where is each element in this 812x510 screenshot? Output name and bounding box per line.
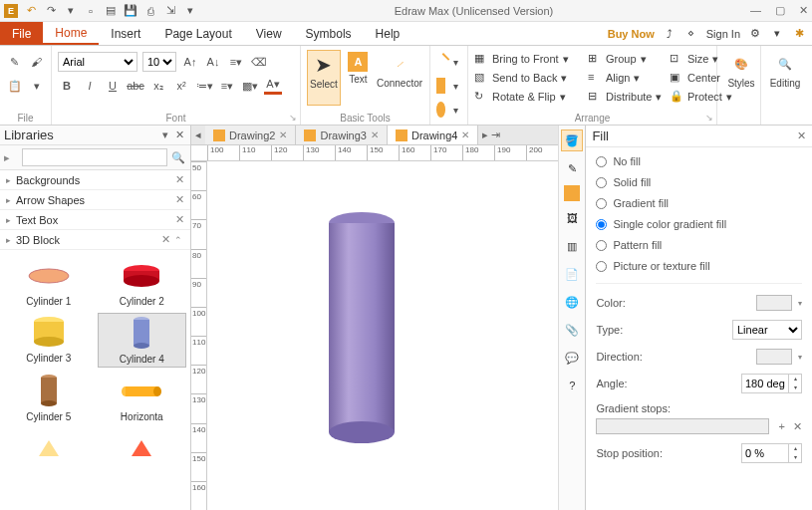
shape-cylinder-4[interactable]: Cylinder 4 <box>98 313 187 368</box>
highlight-icon[interactable]: ▩▾ <box>241 77 259 95</box>
settings-icon[interactable]: ⚙ <box>748 27 762 41</box>
select-tool-button[interactable]: ➤ Select <box>307 50 341 106</box>
export-icon[interactable]: ⇲ <box>163 4 177 18</box>
doc-tab-drawing4[interactable]: Drawing4✕ <box>388 126 478 144</box>
close-tab-icon[interactable]: ✕ <box>461 129 469 140</box>
prop-layer-icon[interactable]: ▥ <box>561 235 583 257</box>
shape-extra-1[interactable] <box>4 428 94 468</box>
tab-home[interactable]: Home <box>43 22 99 45</box>
prop-attachment-icon[interactable]: 📎 <box>561 319 583 341</box>
numbering-icon[interactable]: ≡▾ <box>218 77 236 95</box>
strike-button[interactable]: abc <box>127 77 144 95</box>
app-switcher-icon[interactable]: ✱ <box>792 27 806 41</box>
circle-dropdown[interactable]: ▾ <box>450 101 461 119</box>
bullets-icon[interactable]: ≔▾ <box>195 77 213 95</box>
doc-tab-drawing2[interactable]: Drawing2✕ <box>205 126 296 144</box>
qat-more-icon[interactable]: ▾ <box>183 4 197 18</box>
tabs-next-icon[interactable]: ▸ <box>482 128 488 141</box>
qat-dropdown-icon[interactable]: ▾ <box>64 4 78 18</box>
undo-icon[interactable]: ↶ <box>24 4 38 18</box>
buy-now-link[interactable]: Buy Now <box>608 28 655 40</box>
font-size-combo[interactable]: 10 <box>142 52 176 72</box>
fill-opt-texture[interactable]: Picture or texture fill <box>596 260 802 272</box>
shape-cylinder-2[interactable]: Cylinder 2 <box>98 256 187 309</box>
tab-insert[interactable]: Insert <box>99 22 152 45</box>
library-add-icon[interactable]: ▸ <box>4 151 18 164</box>
add-stop-icon[interactable]: + <box>779 420 785 433</box>
increase-font-icon[interactable]: A↑ <box>181 53 199 71</box>
spin-up[interactable]: ▴ <box>789 375 801 383</box>
doc-tab-drawing3[interactable]: Drawing3✕ <box>296 126 387 144</box>
format-painter-icon[interactable]: ✎ <box>6 53 23 71</box>
group-button[interactable]: ⊞Group ▾ <box>588 50 666 68</box>
prop-fill-icon[interactable]: 🪣 <box>561 129 583 151</box>
editing-button[interactable]: 🔍 Editing <box>767 50 803 91</box>
align-button[interactable]: ≡Align ▾ <box>588 69 666 87</box>
tabs-prev-icon[interactable]: ◂ <box>195 128 201 141</box>
fill-angle-spinner[interactable]: ▴▾ <box>741 374 802 393</box>
font-color-icon[interactable]: A▾ <box>264 77 282 95</box>
shape-cylinder-5[interactable]: Cylinder 5 <box>4 372 94 424</box>
minimize-button[interactable]: — <box>750 4 761 17</box>
fill-opt-gradient[interactable]: Gradient fill <box>596 197 802 209</box>
close-tab-icon[interactable]: ✕ <box>279 129 287 140</box>
bring-to-front-button[interactable]: ▦Bring to Front ▾ <box>474 50 584 68</box>
library-search-input[interactable] <box>22 148 167 166</box>
distribute-button[interactable]: ⊟Distribute ▾ <box>588 88 666 106</box>
prop-comment-icon[interactable]: 💬 <box>561 347 583 369</box>
brush-icon[interactable]: 🖌 <box>28 53 45 71</box>
lib-cat-arrow-shapes[interactable]: ▸Arrow Shapes✕ <box>0 190 190 210</box>
fill-direction-picker[interactable] <box>756 349 792 365</box>
shape-cylinder-1[interactable]: Cylinder 1 <box>4 256 94 309</box>
tab-help[interactable]: Help <box>364 22 412 45</box>
dropdown-icon[interactable]: ▾ <box>770 27 784 41</box>
superscript-button[interactable]: x² <box>172 77 190 95</box>
line-shape-icon[interactable] <box>432 53 450 71</box>
text-tool-button[interactable]: A Text <box>343 50 374 106</box>
fill-type-select[interactable]: Linear <box>732 320 802 340</box>
paste-dropdown-icon[interactable]: ▾ <box>28 77 45 95</box>
print-icon[interactable]: ⎙ <box>143 4 157 18</box>
open-icon[interactable]: ▤ <box>104 4 118 18</box>
drawing-page[interactable] <box>207 161 558 510</box>
shape-cylinder-3[interactable]: Cylinder 3 <box>4 313 94 368</box>
fill-opt-single-gradient[interactable]: Single color gradient fill <box>596 218 802 230</box>
prop-help-icon[interactable]: ? <box>561 375 583 396</box>
arrange-dialog-launcher[interactable]: ↘ <box>705 113 713 123</box>
shape-extra-2[interactable] <box>98 428 187 468</box>
prop-line-icon[interactable]: ✎ <box>561 157 583 179</box>
lib-cat-text-box[interactable]: ▸Text Box✕ <box>0 210 190 230</box>
close-tab-icon[interactable]: ✕ <box>371 129 379 140</box>
fill-opt-pattern[interactable]: Pattern fill <box>596 239 802 251</box>
rotate-flip-button[interactable]: ↻Rotate & Flip ▾ <box>474 88 584 106</box>
tab-page-layout[interactable]: Page Layout <box>152 22 243 45</box>
bold-button[interactable]: B <box>58 77 76 95</box>
connector-tool-button[interactable]: ⟋ Connector <box>376 50 423 106</box>
redo-icon[interactable]: ↷ <box>44 4 58 18</box>
tab-view[interactable]: View <box>244 22 294 45</box>
close-button[interactable]: ✕ <box>799 4 808 17</box>
spin-down[interactable]: ▾ <box>789 453 801 462</box>
new-icon[interactable]: ▫ <box>84 4 98 18</box>
fill-opt-solid[interactable]: Solid fill <box>596 176 802 188</box>
fill-panel-close-icon[interactable]: ✕ <box>797 129 806 142</box>
stop-position-spinner[interactable]: ▴▾ <box>741 443 802 463</box>
italic-button[interactable]: I <box>81 77 99 95</box>
prop-page-icon[interactable]: 📄 <box>561 263 583 285</box>
font-family-combo[interactable]: Arial <box>58 52 137 72</box>
subscript-button[interactable]: x₂ <box>149 77 167 95</box>
tabs-end-icon[interactable]: ⇥ <box>491 128 500 141</box>
share-icon[interactable]: ⤴ <box>663 27 677 41</box>
gradient-stops-bar[interactable] <box>596 418 768 434</box>
rect-dropdown[interactable]: ▾ <box>450 77 461 95</box>
decrease-font-icon[interactable]: A↓ <box>204 53 222 71</box>
lib-cat-backgrounds[interactable]: ▸Backgrounds✕ <box>0 170 190 190</box>
search-icon[interactable]: 🔍 <box>171 151 186 164</box>
maximize-button[interactable]: ▢ <box>775 4 785 17</box>
fill-color-picker[interactable] <box>756 295 792 311</box>
underline-button[interactable]: U <box>104 77 122 95</box>
libraries-close-icon[interactable]: ✕ <box>172 128 186 141</box>
rect-shape-icon[interactable] <box>436 78 445 94</box>
prop-picture-icon[interactable]: 🖼 <box>561 207 583 229</box>
remove-stop-icon[interactable]: ✕ <box>793 420 802 433</box>
